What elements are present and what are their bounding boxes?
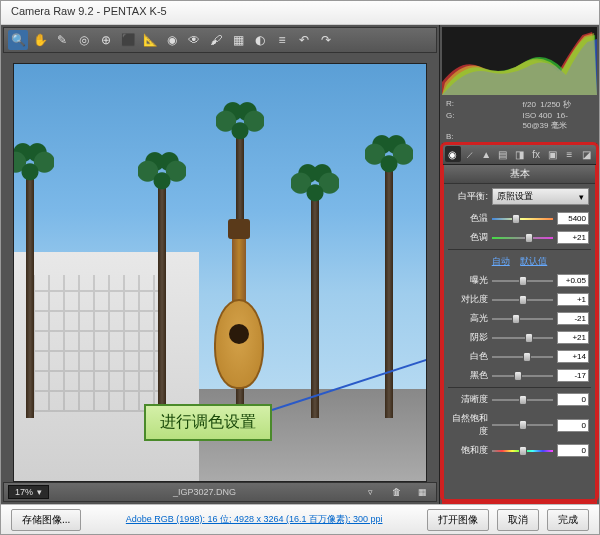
temp-value[interactable]: [557, 212, 589, 225]
wb-label: 白平衡:: [450, 190, 488, 203]
tab-split-icon[interactable]: ◨: [512, 146, 528, 162]
shadows-label: 阴影: [450, 331, 488, 344]
zoom-level[interactable]: 17% ▾: [8, 485, 49, 499]
target-icon[interactable]: ⊕: [96, 30, 116, 50]
panel-title: 基本: [444, 165, 595, 184]
exposure-value[interactable]: [557, 274, 589, 287]
clarity-label: 清晰度: [450, 393, 488, 406]
tab-curve-icon[interactable]: ⟋: [462, 146, 478, 162]
whites-label: 白色: [450, 350, 488, 363]
tab-effects-icon[interactable]: ▣: [545, 146, 561, 162]
vibrance-value[interactable]: [557, 419, 589, 432]
filename-label: _IGP3027.DNG: [55, 487, 354, 497]
temp-slider[interactable]: [492, 213, 553, 225]
saturation-label: 饱和度: [450, 444, 488, 457]
filter-icon[interactable]: ▿: [360, 482, 380, 502]
highlights-label: 高光: [450, 312, 488, 325]
exposure-label: 曝光: [450, 274, 488, 287]
wb-dropdown[interactable]: 原照设置▾: [492, 188, 589, 205]
tint-slider[interactable]: [492, 232, 553, 244]
saturation-value[interactable]: [557, 444, 589, 457]
clarity-slider[interactable]: [492, 394, 553, 406]
chevron-down-icon: ▾: [579, 192, 584, 202]
sampler-icon[interactable]: ◎: [74, 30, 94, 50]
tint-value[interactable]: [557, 231, 589, 244]
grid-icon[interactable]: ▦: [412, 482, 432, 502]
save-button[interactable]: 存储图像...: [11, 509, 81, 531]
clarity-value[interactable]: [557, 393, 589, 406]
straighten-icon[interactable]: 📐: [140, 30, 160, 50]
rotate-left-icon[interactable]: ↶: [294, 30, 314, 50]
contrast-value[interactable]: [557, 293, 589, 306]
prefs-icon[interactable]: ≡: [272, 30, 292, 50]
contrast-slider[interactable]: [492, 294, 553, 306]
zoom-icon[interactable]: 🔍: [8, 30, 28, 50]
tab-detail-icon[interactable]: ▲: [478, 146, 494, 162]
shadows-slider[interactable]: [492, 332, 553, 344]
tab-basic-icon[interactable]: ◉: [445, 146, 461, 162]
auto-link[interactable]: 自动: [492, 256, 510, 266]
highlights-slider[interactable]: [492, 313, 553, 325]
main-toolbar: 🔍 ✋ ✎ ◎ ⊕ ⬛ 📐 ◉ 👁 🖌 ▦ ◐ ≡ ↶ ↷: [3, 27, 437, 53]
rotate-right-icon[interactable]: ↷: [316, 30, 336, 50]
basic-panel: 基本 白平衡: 原照设置▾ 色温 色调: [442, 165, 597, 504]
saturation-slider[interactable]: [492, 445, 553, 457]
histogram[interactable]: [442, 27, 597, 95]
blacks-label: 黑色: [450, 369, 488, 382]
highlights-value[interactable]: [557, 312, 589, 325]
gradient-icon[interactable]: ▦: [228, 30, 248, 50]
image-preview-area[interactable]: 进行调色设置: [3, 53, 437, 482]
vibrance-label: 自然饱和度: [450, 412, 488, 438]
tab-hsl-icon[interactable]: ▤: [495, 146, 511, 162]
cancel-button[interactable]: 取消: [497, 509, 539, 531]
workflow-link[interactable]: Adobe RGB (1998): 16 位; 4928 x 3264 (16.…: [89, 513, 419, 526]
temp-label: 色温: [450, 212, 488, 225]
window-title: Camera Raw 9.2 - PENTAX K-5: [1, 1, 599, 25]
preview-image: 进行调色设置: [13, 63, 427, 482]
open-button[interactable]: 打开图像: [427, 509, 489, 531]
blacks-slider[interactable]: [492, 370, 553, 382]
shadows-value[interactable]: [557, 331, 589, 344]
hand-icon[interactable]: ✋: [30, 30, 50, 50]
redeye-icon[interactable]: 👁: [184, 30, 204, 50]
default-link[interactable]: 默认值: [520, 256, 547, 266]
done-button[interactable]: 完成: [547, 509, 589, 531]
image-metadata: R:f/20 1/250 秒 G:ISO 400 16-50@39 毫米 B:: [440, 97, 599, 143]
whites-value[interactable]: [557, 350, 589, 363]
exposure-slider[interactable]: [492, 275, 553, 287]
annotation-callout: 进行调色设置: [144, 404, 272, 441]
adjustment-tabs: ◉ ⟋ ▲ ▤ ◨ fx ▣ ≡ ◪: [442, 143, 597, 165]
vibrance-slider[interactable]: [492, 419, 553, 431]
footer-bar: 存储图像... Adobe RGB (1998): 16 位; 4928 x 3…: [1, 504, 599, 534]
tab-lens-icon[interactable]: fx: [528, 146, 544, 162]
brush-icon[interactable]: 🖌: [206, 30, 226, 50]
whites-slider[interactable]: [492, 351, 553, 363]
radial-icon[interactable]: ◐: [250, 30, 270, 50]
crop-icon[interactable]: ⬛: [118, 30, 138, 50]
eyedropper-icon[interactable]: ✎: [52, 30, 72, 50]
blacks-value[interactable]: [557, 369, 589, 382]
trash-icon[interactable]: 🗑: [386, 482, 406, 502]
tab-presets-icon[interactable]: ◪: [578, 146, 594, 162]
status-bar: 17% ▾ _IGP3027.DNG ▿ 🗑 ▦: [3, 482, 437, 502]
spot-icon[interactable]: ◉: [162, 30, 182, 50]
tab-calib-icon[interactable]: ≡: [562, 146, 578, 162]
tint-label: 色调: [450, 231, 488, 244]
chevron-down-icon: ▾: [37, 487, 42, 497]
contrast-label: 对比度: [450, 293, 488, 306]
